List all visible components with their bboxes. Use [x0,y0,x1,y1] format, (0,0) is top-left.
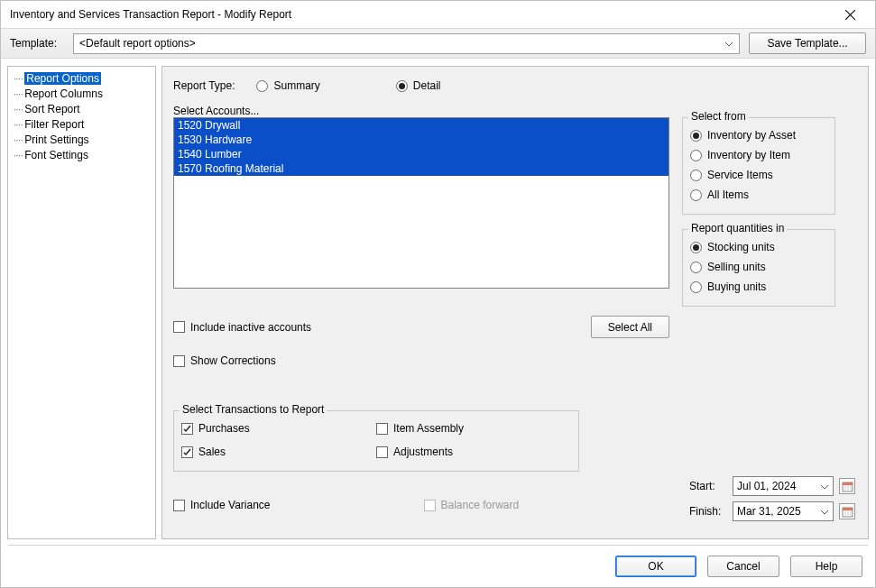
report-type-summary-radio[interactable]: Summary [256,76,319,96]
divider [8,545,868,546]
transactions-purchases-checkbox[interactable]: Purchases [181,418,376,438]
select-from-all-items-radio[interactable]: All Items [690,185,827,205]
save-template-button[interactable]: Save Template... [749,32,866,54]
tree-item-sort-report[interactable]: ····Sort Report [10,101,153,116]
select-from-inventory-asset-radio[interactable]: Inventory by Asset [690,125,827,145]
select-accounts-label: Select Accounts... [173,105,857,117]
titlebar: Inventory and Services Transaction Repor… [1,1,875,28]
select-from-service-items-radio[interactable]: Service Items [690,165,827,185]
start-date-row: Start: Jul 01, 2024 [689,475,855,497]
radio-icon [396,80,408,92]
radio-icon [690,150,702,161]
quantities-stocking-radio[interactable]: Stocking units [690,237,827,257]
calendar-icon [842,481,853,492]
transactions-sales-checkbox[interactable]: Sales [181,442,376,462]
side-column: Select from Inventory by Asset Inventory… [682,117,835,307]
select-from-group: Select from Inventory by Asset Inventory… [682,117,835,215]
chevron-down-icon [721,36,737,52]
checkbox-icon [376,446,388,458]
template-label: Template: [10,37,57,50]
report-type-detail-radio[interactable]: Detail [396,76,441,96]
transactions-group: Select Transactions to Report Purchases … [173,410,579,472]
radio-icon [690,242,702,253]
modify-report-dialog: Inventory and Services Transaction Repor… [0,0,876,588]
template-select-value: <Default report options> [79,37,196,50]
tree-item-report-columns[interactable]: ····Report Columns [10,86,153,101]
include-inactive-checkbox[interactable]: Include inactive accounts [173,317,311,337]
start-date-label: Start: [689,480,727,492]
start-date-calendar-button[interactable] [839,478,855,494]
accounts-listbox[interactable]: 1520 Drywall 1530 Hardware 1540 Lumber 1… [173,117,669,289]
start-date-input[interactable]: Jul 01, 2024 [733,476,834,496]
list-item[interactable]: 1540 Lumber [174,147,669,161]
template-select[interactable]: <Default report options> [73,33,740,54]
report-type-row: Report Type: Summary Detail [173,76,857,96]
tree-item-font-settings[interactable]: ····Font Settings [10,147,153,162]
tree-item-filter-report[interactable]: ····Filter Report [10,116,153,132]
dialog-footer: OK Cancel Help [1,551,875,587]
chevron-down-icon [817,505,831,519]
quantities-buying-radio[interactable]: Buying units [690,277,827,297]
ok-button[interactable]: OK [615,556,696,577]
window-title: Inventory and Services Transaction Repor… [10,8,832,21]
list-item[interactable]: 1530 Hardware [174,133,669,147]
group-legend: Select from [688,110,749,123]
show-corrections-checkbox[interactable]: Show Corrections [173,351,857,371]
list-item[interactable]: 1520 Drywall [174,118,669,133]
checkbox-icon [173,321,185,333]
list-item[interactable]: 1570 Roofing Material [174,161,669,176]
finish-date-input[interactable]: Mar 31, 2025 [733,501,834,521]
radio-icon [690,189,702,201]
checkbox-icon [424,500,436,511]
report-type-label: Report Type: [173,79,235,92]
close-button[interactable] [832,2,868,27]
group-legend: Select Transactions to Report [180,403,327,416]
radio-icon [690,170,702,181]
include-variance-checkbox[interactable]: Include Variance [173,495,271,515]
radio-icon [256,80,268,92]
quantities-selling-radio[interactable]: Selling units [690,257,827,277]
select-all-button[interactable]: Select All [591,316,669,338]
calendar-icon [842,506,853,518]
radio-icon [690,130,702,142]
finish-date-label: Finish: [689,505,727,518]
help-button[interactable]: Help [790,556,862,577]
cancel-button[interactable]: Cancel [707,556,779,577]
tree-item-print-settings[interactable]: ····Print Settings [10,132,153,147]
transactions-item-assembly-checkbox[interactable]: Item Assembly [376,418,571,438]
checkbox-icon [181,423,193,435]
group-legend: Report quantities in [688,222,787,234]
checkbox-icon [181,446,193,458]
content-area: ····Report Options ····Report Columns ··… [1,59,875,541]
finish-date-row: Finish: Mar 31, 2025 [689,501,855,522]
finish-date-calendar-button[interactable] [839,503,855,519]
radio-icon [690,262,702,273]
close-icon [845,10,855,20]
checkbox-icon [173,355,185,367]
svg-rect-3 [843,482,853,485]
template-toolbar: Template: <Default report options> Save … [1,28,875,59]
navigation-tree: ····Report Options ····Report Columns ··… [7,66,156,539]
select-from-inventory-item-radio[interactable]: Inventory by Item [690,145,827,165]
checkbox-icon [376,423,388,435]
chevron-down-icon [817,480,831,493]
balance-forward-checkbox: Balance forward [424,495,520,515]
accounts-area: 1520 Drywall 1530 Hardware 1540 Lumber 1… [173,117,857,307]
svg-rect-8 [843,508,853,510]
transactions-adjustments-checkbox[interactable]: Adjustments [376,442,571,462]
checkbox-icon [173,500,185,511]
radio-icon [690,281,702,293]
tree-item-report-options[interactable]: ····Report Options [10,70,153,86]
report-options-panel: Report Type: Summary Detail Select Accou… [161,66,869,539]
quantities-in-group: Report quantities in Stocking units Sell… [682,229,835,307]
